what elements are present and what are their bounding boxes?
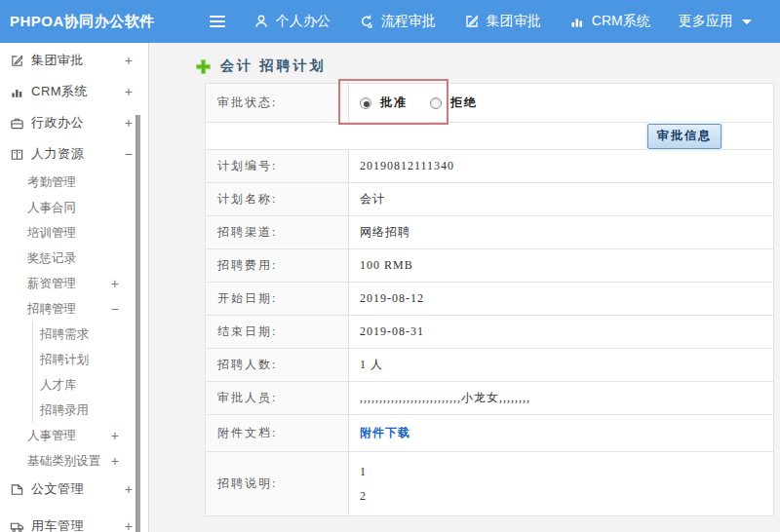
recruit-channel-value: 网络招聘 [349,216,774,249]
sidebar-item-label: 奖惩记录 [27,250,76,267]
field-label: 招聘渠道: [206,216,349,249]
sidebar-item-base-category[interactable]: 基础类别设置 + [0,448,148,474]
status-cell: 批准 拒绝 [349,84,774,123]
sidebar-item-label: 培训管理 [27,225,76,242]
reject-radio[interactable] [430,97,442,109]
table-row: 计划编号: 20190812111340 [206,150,774,183]
edit-icon [464,14,480,29]
expand-icon[interactable]: + [125,115,133,131]
sidebar-item-label: 行政办公 [31,114,84,132]
nav-personal-office[interactable]: 个人办公 [254,13,331,30]
sidebar-item-hr-contract[interactable]: 人事合同 [0,195,148,220]
add-icon[interactable] [195,58,212,75]
approve-radio[interactable] [360,97,371,109]
sidebar-item-crm[interactable]: CRM系统 + [0,76,148,107]
table-row: 审批人员: ,,,,,,,,,,,,,,,,,,,,,,,,,,小龙女,,,,,… [206,382,774,415]
sidebar-item-label: 考勤管理 [27,174,76,191]
briefcase-icon [10,116,24,131]
expand-icon[interactable]: + [125,518,133,532]
sidebar-item-recruit-plan[interactable]: 招聘计划 [33,347,148,372]
sidebar-item-salary[interactable]: 薪资管理 + [0,271,148,296]
menu-toggle-icon[interactable] [210,16,225,27]
sidebar-item-recruit-demand[interactable]: 招聘需求 [33,322,148,347]
app-title: PHPOA协同办公软件 [10,13,155,31]
sidebar-item-rewards[interactable]: 奖惩记录 [0,246,148,271]
nav-process-approval[interactable]: 流程审批 [359,13,436,30]
approvers-value: ,,,,,,,,,,,,,,,,,,,,,,,,,,小龙女,,,,,,,, [349,382,774,415]
sidebar-item-talent-pool[interactable]: 人才库 [33,372,148,398]
table-row: 开始日期: 2019-08-12 [206,283,774,316]
sidebar-item-label: 招聘录用 [40,402,89,419]
sidebar-item-label: 人事管理 [27,428,76,444]
field-label: 招聘人数: [206,349,349,382]
expand-icon[interactable]: + [125,53,133,68]
collapse-icon[interactable]: − [125,146,133,162]
sidebar-item-label: 基础类别设置 [27,453,100,470]
table-row: 附件文档: 附件下载 [206,415,774,452]
page-title: 会计 招聘计划 [220,57,327,75]
sidebar-item-recruitment[interactable]: 招聘管理 − [0,296,148,322]
sidebar-item-training[interactable]: 培训管理 [0,220,148,246]
expand-icon[interactable]: + [111,428,119,443]
sidebar-item-admin-office[interactable]: 行政办公 + [0,107,148,138]
sidebar-item-recruit-hire[interactable]: 招聘录用 [33,398,148,423]
top-nav: 个人办公 流程审批 集团审批 [225,13,752,30]
sidebar-item-personnel[interactable]: 人事管理 + [0,423,148,448]
bar-chart-icon [10,85,24,99]
nav-more-apps[interactable]: 更多应用 [679,13,752,30]
field-label: 招聘说明: [206,452,349,516]
nav-group-approval[interactable]: 集团审批 [464,13,541,30]
user-icon [254,14,269,29]
sidebar-item-label: 人事合同 [27,200,76,216]
sidebar-item-label: 用车管理 [31,517,84,532]
table-row: 审批信息 [206,123,774,150]
main-content: 会计 招聘计划 审批状态: 批准 拒绝 审批信息 [150,43,780,532]
sidebar-item-label: 公文管理 [31,480,84,498]
table-row: 审批状态: 批准 拒绝 [206,84,774,123]
nav-label: 流程审批 [381,13,436,30]
collapse-icon[interactable]: − [111,301,119,317]
sidebar-item-label: 人力资源 [31,145,84,163]
table-row: 招聘渠道: 网络招聘 [206,216,774,249]
expand-icon[interactable]: + [125,481,133,497]
bar-chart-icon [569,14,585,29]
expand-icon[interactable]: + [111,276,119,291]
description-cell: 1 2 [349,452,774,516]
button-cell: 审批信息 [206,123,774,150]
truck-icon [10,519,24,532]
recruitment-submenu: 招聘需求 招聘计划 人才库 招聘录用 [32,322,148,423]
reject-radio-label: 拒绝 [450,95,478,111]
process-icon [359,14,374,29]
headcount-value: 1 人 [349,349,774,382]
sidebar-item-documents[interactable]: 公文管理 + [0,474,148,505]
nav-crm-system[interactable]: CRM系统 [569,13,650,30]
description-line-2: 2 [360,484,773,509]
sidebar-item-label: 招聘计划 [40,352,89,368]
nav-label: 集团审批 [487,13,541,30]
nav-label: CRM系统 [592,13,650,30]
sidebar-scrollbar[interactable] [136,115,140,532]
sidebar-item-vehicles[interactable]: 用车管理 + [0,511,148,532]
field-label: 审批人员: [206,382,349,415]
table-row: 招聘费用: 100 RMB [206,249,774,283]
sidebar-item-label: 薪资管理 [27,276,76,292]
form-table: 审批状态: 批准 拒绝 审批信息 计划编号: 20190812111340 [205,83,774,516]
field-label: 招聘费用: [206,249,349,283]
approve-radio-label: 批准 [380,95,408,111]
recruit-cost-value: 100 RMB [349,249,774,283]
sidebar-item-group-approval[interactable]: 集团审批 + [0,45,148,76]
attachment-cell: 附件下载 [349,415,774,452]
start-date-value: 2019-08-12 [349,283,774,316]
expand-icon[interactable]: + [111,453,119,469]
sidebar-item-hr[interactable]: 人力资源 − [0,138,148,170]
table-row: 招聘说明: 1 2 [206,452,774,516]
approval-info-button[interactable]: 审批信息 [647,124,722,149]
nav-label: 更多应用 [679,13,733,30]
field-label: 审批状态: [206,84,349,123]
expand-icon[interactable]: + [125,84,133,99]
attachment-download-link[interactable]: 附件下载 [360,426,410,439]
plan-name-value: 会计 [349,183,774,216]
page-header: 会计 招聘计划 [195,57,327,75]
sidebar-item-attendance[interactable]: 考勤管理 [0,170,148,195]
field-label: 计划编号: [206,150,349,183]
